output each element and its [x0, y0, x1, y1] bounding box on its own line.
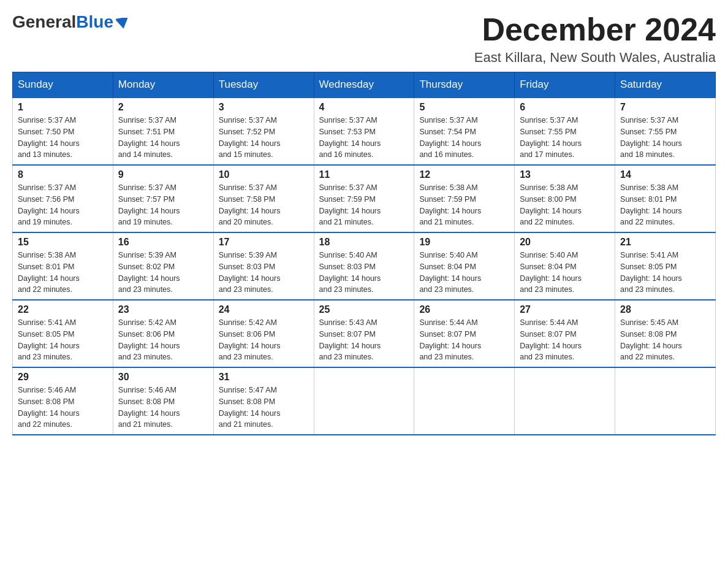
calendar-cell: 8 Sunrise: 5:37 AM Sunset: 7:56 PM Dayli…: [13, 165, 113, 232]
calendar-week-row: 29 Sunrise: 5:46 AM Sunset: 8:08 PM Dayl…: [13, 367, 716, 435]
day-number: 17: [219, 237, 309, 248]
day-number: 19: [419, 237, 509, 248]
calendar-cell: 16 Sunrise: 5:39 AM Sunset: 8:02 PM Dayl…: [113, 232, 213, 300]
day-number: 15: [18, 237, 108, 248]
calendar-week-row: 22 Sunrise: 5:41 AM Sunset: 8:05 PM Dayl…: [13, 300, 716, 367]
day-number: 27: [520, 304, 610, 315]
day-number: 8: [18, 169, 108, 180]
calendar-cell: [414, 367, 515, 435]
day-info: Sunrise: 5:38 AM Sunset: 7:59 PM Dayligh…: [419, 182, 509, 228]
calendar-cell: 9 Sunrise: 5:37 AM Sunset: 7:57 PM Dayli…: [113, 165, 213, 232]
day-number: 6: [520, 102, 610, 113]
day-number: 12: [419, 169, 509, 180]
calendar-header-friday: Friday: [515, 72, 615, 98]
calendar-cell: 21 Sunrise: 5:41 AM Sunset: 8:05 PM Dayl…: [615, 232, 716, 300]
day-number: 23: [118, 304, 208, 315]
day-number: 13: [520, 169, 610, 180]
day-info: Sunrise: 5:37 AM Sunset: 7:55 PM Dayligh…: [520, 115, 610, 161]
day-info: Sunrise: 5:40 AM Sunset: 8:03 PM Dayligh…: [319, 250, 409, 296]
day-number: 9: [118, 169, 208, 180]
day-info: Sunrise: 5:37 AM Sunset: 7:58 PM Dayligh…: [219, 182, 309, 228]
logo-general-text: General: [12, 12, 76, 32]
logo-blue-part: Blue: [76, 12, 129, 32]
day-number: 24: [219, 304, 309, 315]
day-info: Sunrise: 5:38 AM Sunset: 8:01 PM Dayligh…: [620, 182, 710, 228]
calendar-week-row: 1 Sunrise: 5:37 AM Sunset: 7:50 PM Dayli…: [13, 98, 716, 165]
day-number: 10: [219, 169, 309, 180]
day-number: 26: [419, 304, 509, 315]
day-info: Sunrise: 5:38 AM Sunset: 8:00 PM Dayligh…: [520, 182, 610, 228]
day-number: 16: [118, 237, 208, 248]
day-number: 20: [520, 237, 610, 248]
calendar-header-row: SundayMondayTuesdayWednesdayThursdayFrid…: [13, 72, 716, 98]
calendar-cell: 27 Sunrise: 5:44 AM Sunset: 8:07 PM Dayl…: [515, 300, 615, 367]
day-number: 7: [620, 102, 710, 113]
day-number: 30: [118, 372, 208, 383]
page-header: General Blue December 2024 East Killara,…: [12, 12, 716, 66]
day-info: Sunrise: 5:41 AM Sunset: 8:05 PM Dayligh…: [18, 317, 108, 363]
logo-arrow-icon: [116, 18, 129, 29]
calendar-cell: 26 Sunrise: 5:44 AM Sunset: 8:07 PM Dayl…: [414, 300, 515, 367]
day-number: 29: [18, 372, 108, 383]
calendar-header-thursday: Thursday: [414, 72, 515, 98]
day-number: 14: [620, 169, 710, 180]
calendar-cell: 20 Sunrise: 5:40 AM Sunset: 8:04 PM Dayl…: [515, 232, 615, 300]
calendar-cell: 18 Sunrise: 5:40 AM Sunset: 8:03 PM Dayl…: [314, 232, 414, 300]
calendar-header-saturday: Saturday: [615, 72, 716, 98]
day-number: 18: [319, 237, 409, 248]
day-number: 3: [219, 102, 309, 113]
day-number: 28: [620, 304, 710, 315]
day-number: 25: [319, 304, 409, 315]
calendar-cell: 17 Sunrise: 5:39 AM Sunset: 8:03 PM Dayl…: [213, 232, 314, 300]
day-info: Sunrise: 5:37 AM Sunset: 7:53 PM Dayligh…: [319, 115, 409, 161]
day-info: Sunrise: 5:39 AM Sunset: 8:02 PM Dayligh…: [118, 250, 208, 296]
day-info: Sunrise: 5:42 AM Sunset: 8:06 PM Dayligh…: [118, 317, 208, 363]
calendar-cell: 22 Sunrise: 5:41 AM Sunset: 8:05 PM Dayl…: [13, 300, 113, 367]
calendar-cell: 13 Sunrise: 5:38 AM Sunset: 8:00 PM Dayl…: [515, 165, 615, 232]
day-number: 4: [319, 102, 409, 113]
calendar-cell: 31 Sunrise: 5:47 AM Sunset: 8:08 PM Dayl…: [213, 367, 314, 435]
calendar-cell: 6 Sunrise: 5:37 AM Sunset: 7:55 PM Dayli…: [515, 98, 615, 165]
calendar-cell: 2 Sunrise: 5:37 AM Sunset: 7:51 PM Dayli…: [113, 98, 213, 165]
calendar-cell: 14 Sunrise: 5:38 AM Sunset: 8:01 PM Dayl…: [615, 165, 716, 232]
day-info: Sunrise: 5:37 AM Sunset: 7:54 PM Dayligh…: [419, 115, 509, 161]
day-info: Sunrise: 5:45 AM Sunset: 8:08 PM Dayligh…: [620, 317, 710, 363]
calendar-header-tuesday: Tuesday: [213, 72, 314, 98]
calendar-cell: [314, 367, 414, 435]
logo: General Blue: [12, 12, 129, 32]
calendar-cell: 29 Sunrise: 5:46 AM Sunset: 8:08 PM Dayl…: [13, 367, 113, 435]
day-info: Sunrise: 5:44 AM Sunset: 8:07 PM Dayligh…: [520, 317, 610, 363]
day-info: Sunrise: 5:37 AM Sunset: 7:56 PM Dayligh…: [18, 182, 108, 228]
day-number: 1: [18, 102, 108, 113]
location-title: East Killara, New South Wales, Australia: [474, 50, 716, 66]
calendar-cell: 28 Sunrise: 5:45 AM Sunset: 8:08 PM Dayl…: [615, 300, 716, 367]
day-info: Sunrise: 5:43 AM Sunset: 8:07 PM Dayligh…: [319, 317, 409, 363]
day-number: 31: [219, 372, 309, 383]
day-info: Sunrise: 5:42 AM Sunset: 8:06 PM Dayligh…: [219, 317, 309, 363]
day-info: Sunrise: 5:46 AM Sunset: 8:08 PM Dayligh…: [18, 385, 108, 431]
calendar-cell: 30 Sunrise: 5:46 AM Sunset: 8:08 PM Dayl…: [113, 367, 213, 435]
calendar-cell: 5 Sunrise: 5:37 AM Sunset: 7:54 PM Dayli…: [414, 98, 515, 165]
calendar-header-sunday: Sunday: [13, 72, 113, 98]
calendar-cell: 7 Sunrise: 5:37 AM Sunset: 7:55 PM Dayli…: [615, 98, 716, 165]
calendar-cell: 3 Sunrise: 5:37 AM Sunset: 7:52 PM Dayli…: [213, 98, 314, 165]
logo-blue-text: Blue: [76, 12, 113, 32]
calendar-cell: [515, 367, 615, 435]
day-number: 21: [620, 237, 710, 248]
calendar-cell: 25 Sunrise: 5:43 AM Sunset: 8:07 PM Dayl…: [314, 300, 414, 367]
day-info: Sunrise: 5:38 AM Sunset: 8:01 PM Dayligh…: [18, 250, 108, 296]
calendar-cell: 12 Sunrise: 5:38 AM Sunset: 7:59 PM Dayl…: [414, 165, 515, 232]
svg-marker-0: [116, 18, 129, 29]
title-section: December 2024 East Killara, New South Wa…: [474, 12, 716, 66]
day-info: Sunrise: 5:37 AM Sunset: 7:57 PM Dayligh…: [118, 182, 208, 228]
day-info: Sunrise: 5:37 AM Sunset: 7:50 PM Dayligh…: [18, 115, 108, 161]
day-info: Sunrise: 5:47 AM Sunset: 8:08 PM Dayligh…: [219, 385, 309, 431]
calendar-cell: 10 Sunrise: 5:37 AM Sunset: 7:58 PM Dayl…: [213, 165, 314, 232]
day-number: 2: [118, 102, 208, 113]
month-title: December 2024: [474, 12, 716, 47]
calendar-cell: [615, 367, 716, 435]
day-info: Sunrise: 5:39 AM Sunset: 8:03 PM Dayligh…: [219, 250, 309, 296]
day-info: Sunrise: 5:37 AM Sunset: 7:55 PM Dayligh…: [620, 115, 710, 161]
day-info: Sunrise: 5:40 AM Sunset: 8:04 PM Dayligh…: [520, 250, 610, 296]
calendar-cell: 19 Sunrise: 5:40 AM Sunset: 8:04 PM Dayl…: [414, 232, 515, 300]
